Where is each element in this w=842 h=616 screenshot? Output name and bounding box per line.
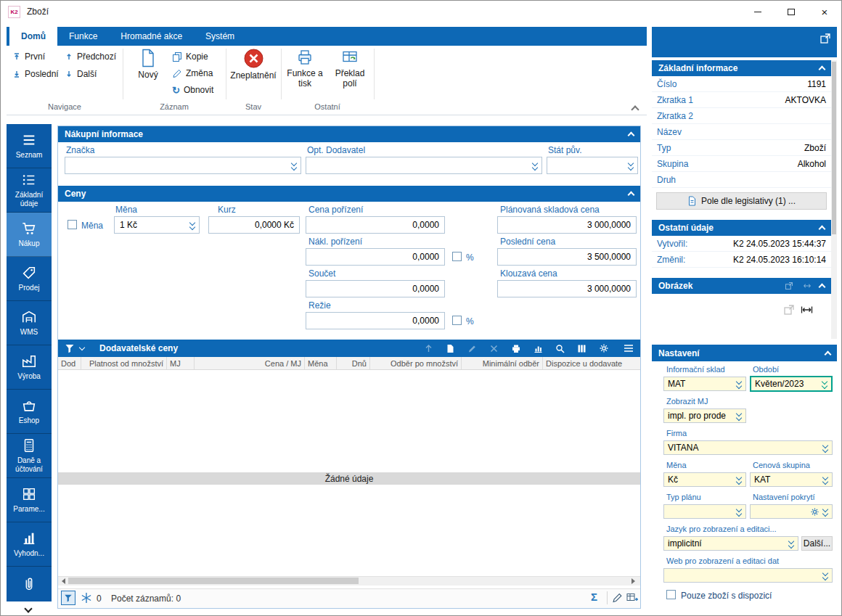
dropdown-icon[interactable] [822,475,830,485]
sidebar-item-dane-a-uctovani[interactable]: Daně a účtování [7,434,52,478]
rezie-input[interactable]: 0,0000 [306,312,445,329]
mena-checkbox[interactable] [68,220,77,229]
gear-icon[interactable] [810,507,819,517]
bulk-edit-icon[interactable] [626,592,639,603]
obdobi-combo[interactable]: Květen/2023 [750,376,833,392]
freeze-icon[interactable] [81,592,92,604]
tab-system[interactable]: Systém [194,27,246,46]
open-image-external-icon[interactable] [783,304,795,316]
dropdown-icon[interactable] [290,160,298,171]
col-dnu[interactable]: Dnů [337,357,370,369]
sidebar-item-prodej[interactable]: Prodej [7,257,52,301]
edit-button[interactable]: Změna [172,68,213,78]
quick-edit-icon[interactable] [612,592,623,603]
rezie-percent-checkbox[interactable] [452,316,462,325]
dropdown-icon[interactable] [735,506,743,517]
sidebar-item-seznam[interactable]: Seznam [7,124,52,168]
sidebar-item-wms[interactable]: WMS [7,301,52,345]
gear-icon[interactable] [599,343,609,353]
sidebar-item-vyroba[interactable]: Výroba [7,345,52,390]
nakl-percent-checkbox[interactable] [452,252,462,261]
sidebar-item-parametry[interactable]: Parame... [7,478,52,522]
sidebar-item-attachments[interactable] [7,567,52,601]
collapse-icon[interactable] [628,132,635,139]
cenova-skupina-combo[interactable]: KAT [750,472,833,487]
collapse-icon[interactable] [819,66,826,73]
dropdown-icon[interactable] [822,570,830,580]
kurz-input[interactable]: 0,0000 Kč [208,216,300,234]
dropdown-icon[interactable] [735,379,743,389]
dropdown-icon[interactable] [822,506,830,517]
dropdown-icon[interactable] [822,443,830,453]
sidebar-item-eshop[interactable]: Eshop [7,390,52,434]
znacka-combo[interactable] [65,157,301,174]
previous-button[interactable]: Předchozí [65,52,116,62]
zobrazit-mj-combo[interactable]: impl. pro prode [663,408,746,423]
col-dispozice[interactable]: Dispozice u dodavate [543,357,639,369]
mena-combo[interactable]: 1 Kč [114,216,200,234]
collapse-icon[interactable] [819,226,826,233]
web-combo[interactable] [663,568,833,583]
copy-button[interactable]: Kopie [172,52,208,62]
sum-icon[interactable]: Σ [591,591,597,603]
nakl-porizeni-input[interactable]: 0,0000 [306,248,445,266]
collapse-icon[interactable] [819,284,826,291]
col-mj[interactable]: MJ [167,357,195,369]
sidebar-item-zakladni-udaje[interactable]: Základní údaje [7,168,52,213]
undock-icon[interactable] [819,33,831,44]
posledni-cena-input[interactable]: 3 500,0000 [497,248,637,266]
informacni-sklad-combo[interactable]: MAT [663,377,746,391]
last-button[interactable]: Poslední [12,69,59,79]
dropdown-icon[interactable] [735,411,743,421]
new-button[interactable]: Nový [128,49,168,81]
filter-dropdown-icon[interactable] [79,344,85,350]
cena-porizeni-input[interactable]: 0,0000 [306,216,445,234]
menu-icon[interactable] [624,344,634,353]
filter-icon[interactable] [65,343,75,353]
maximize-button[interactable] [774,1,808,22]
col-dod[interactable]: Dod [58,357,81,369]
stat-puv-combo[interactable] [547,157,638,174]
columns-icon[interactable] [577,344,586,353]
scrollbar-thumb[interactable] [68,578,359,584]
dropdown-icon[interactable] [189,220,197,230]
close-button[interactable]: × [808,1,841,22]
tab-hromadne-akce[interactable]: Hromadné akce [109,27,194,46]
sidebar-item-vyhodnoceni[interactable]: Vyhodn... [7,522,52,567]
dock-scrollbar-thumb[interactable] [832,62,836,234]
nastaveni-pokryti-combo[interactable] [750,504,833,519]
refresh-button[interactable]: ↻ Obnovit [172,85,213,95]
first-button[interactable]: První [12,52,45,62]
planovana-skladova-input[interactable]: 3 000,0000 [497,216,637,234]
ribbon-collapse-icon[interactable] [632,107,638,112]
search-icon[interactable] [555,344,565,353]
dalsi-button[interactable]: Další... [801,536,833,551]
opt-dodavatel-combo[interactable] [306,157,542,174]
dropdown-icon[interactable] [821,379,829,389]
jazyk-combo[interactable]: implicitní [663,536,798,551]
legislativa-button[interactable]: Pole dle legislativy (1) ... [656,192,827,210]
filter-toggle-button[interactable] [61,591,75,605]
chart-icon[interactable] [534,344,543,353]
col-min-odber[interactable]: Minimální odběr [462,357,543,369]
new-record-icon[interactable] [446,344,455,353]
col-odber[interactable]: Odběr po množství [370,357,462,369]
tab-domu[interactable]: Domů [9,27,57,46]
tab-funkce[interactable]: Funkce [57,27,109,46]
collapse-icon[interactable] [628,192,635,199]
invalidate-button[interactable]: Zneplatnění [229,49,278,81]
col-mena[interactable]: Měna [305,357,337,369]
collapse-icon[interactable] [825,350,832,358]
col-cena-mj[interactable]: Cena / MJ [195,357,305,369]
fit-width-icon[interactable] [801,304,813,316]
sidebar-item-nakup[interactable]: Nákup [7,213,52,257]
soucet-input[interactable]: 0,0000 [306,280,445,297]
sidebar-more-icon[interactable] [25,606,31,612]
print-icon[interactable] [511,344,521,353]
dropdown-icon[interactable] [735,475,743,485]
pouze-zbozi-checkbox[interactable] [666,590,676,599]
translate-fields-button[interactable]: Překlad polí [329,49,371,89]
minimize-button[interactable] [741,1,774,22]
klouzava-cena-input[interactable]: 3 000,0000 [497,280,637,297]
dropdown-icon[interactable] [788,538,796,549]
